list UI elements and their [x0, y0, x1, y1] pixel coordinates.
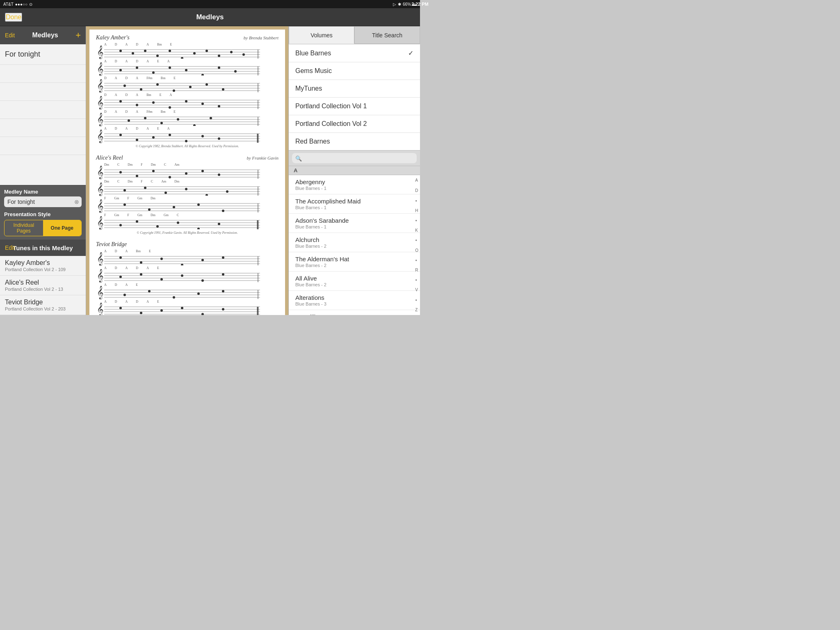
svg-point-74 — [119, 134, 122, 136]
volume-name: MyTunes — [295, 85, 322, 92]
tune-sheet-author-1: by Brenda Stubbert — [244, 35, 278, 40]
list-item[interactable]: Alice's Reel Portland Collection Vol 2 -… — [0, 276, 86, 295]
wifi-icon: ⊙ — [29, 2, 32, 7]
nav-title: Medleys — [196, 13, 224, 21]
tune-list-name: Alchurch — [295, 236, 413, 243]
tune-sheet-title-3: Teviot Bridge — [96, 241, 127, 248]
list-item[interactable]: Abergenny Blue Barnes - 1 — [289, 175, 420, 194]
tune-list-name: Adson's Sarabande — [295, 217, 413, 224]
medley-detail-section: Medley Name ⊗ Presentation Style Individ… — [0, 185, 86, 315]
list-item[interactable]: Adson's Sarabande Blue Barnes - 1 — [289, 214, 420, 233]
music-staff — [96, 47, 278, 59]
svg-point-113 — [123, 203, 126, 206]
medleys-edit-button[interactable]: Edit — [5, 32, 15, 39]
svg-point-163 — [173, 296, 175, 299]
medley-empty-row — [0, 119, 86, 137]
signal-icon: ●●●○○ — [15, 2, 27, 7]
tune-list-name: Amarillis — [295, 313, 413, 315]
svg-point-125 — [136, 220, 138, 223]
music-staff — [96, 167, 278, 179]
music-staff — [96, 271, 278, 282]
tune-section-2: Alice's Reel by Frankie Gavin DmCDmFDmCA… — [96, 155, 278, 235]
svg-point-66 — [193, 124, 196, 126]
medley-list: For tonight — [0, 44, 86, 185]
tune-list-source: Blue Barnes - 2 — [295, 263, 413, 268]
sheet-music-panel[interactable]: Kaley Amber's by Brenda Stubbert ADADABm… — [86, 26, 289, 315]
alpha-section-header-a: A — [289, 166, 420, 175]
medley-empty-row — [0, 65, 86, 83]
staff-svg — [104, 64, 260, 75]
volume-item-mytunes[interactable]: MyTunes — [289, 80, 420, 98]
left-panel: Edit Medleys + For tonight Medley Name ⊗… — [0, 26, 86, 315]
medley-name-section: Medley Name ⊗ — [0, 185, 86, 210]
volume-name: Red Barnes — [295, 138, 330, 145]
tune-list-name: The Alderman's Hat — [295, 256, 413, 262]
svg-point-54 — [201, 103, 204, 105]
tune-sheet-title-1: Kaley Amber's — [96, 34, 130, 41]
svg-point-50 — [136, 104, 138, 106]
svg-point-8 — [156, 55, 159, 57]
chord-row: ADADABmE — [96, 43, 278, 46]
staff-svg — [104, 98, 260, 109]
clear-input-button[interactable]: ⊗ — [74, 199, 79, 205]
list-item[interactable]: The Accomplished Maid Blue Barnes - 1 — [289, 194, 420, 214]
svg-point-77 — [169, 134, 171, 136]
svg-point-117 — [222, 210, 224, 212]
done-button[interactable]: Done — [5, 13, 22, 22]
svg-point-154 — [222, 273, 224, 276]
list-item[interactable]: Kayley Amber's Portland Collection Vol 2… — [0, 256, 86, 276]
volume-item-blue-barnes[interactable]: Blue Barnes ✓ — [289, 44, 420, 62]
add-medley-button[interactable]: + — [75, 30, 81, 41]
list-item[interactable]: For tonight — [0, 44, 86, 65]
svg-point-161 — [123, 294, 126, 296]
svg-point-26 — [185, 69, 187, 71]
list-item[interactable]: The Alderman's Hat Blue Barnes - 2 — [289, 252, 420, 272]
svg-point-92 — [185, 172, 187, 175]
title-search-input[interactable] — [292, 153, 417, 163]
tab-volumes[interactable]: Volumes — [289, 26, 354, 44]
list-item[interactable]: Alterations Blue Barnes - 3 — [289, 291, 420, 310]
volume-item-red-barnes[interactable]: Red Barnes — [289, 133, 420, 150]
battery-text: 66% — [403, 2, 411, 7]
medley-name-input[interactable] — [4, 196, 82, 207]
svg-point-128 — [197, 228, 200, 229]
tunes-scroll-list[interactable]: Abergenny Blue Barnes - 1 The Accomplish… — [289, 175, 420, 315]
svg-point-174 — [160, 309, 163, 312]
svg-point-139 — [160, 258, 163, 260]
tune-list-source: Blue Barnes - 2 — [295, 244, 413, 249]
svg-point-29 — [234, 70, 237, 73]
list-item[interactable]: Alchurch Blue Barnes - 2 — [289, 233, 420, 252]
svg-point-94 — [218, 173, 220, 176]
svg-point-177 — [222, 308, 224, 310]
list-item[interactable]: Amarillis Blue Barnes - 3 — [289, 310, 420, 315]
svg-point-89 — [136, 175, 138, 177]
list-item[interactable]: All Alive Blue Barnes - 2 — [289, 272, 420, 291]
music-staff — [96, 254, 278, 265]
svg-point-41 — [205, 83, 208, 86]
volume-item-portland-vol1[interactable]: Portland Collection Vol 1 — [289, 98, 420, 115]
tab-title-search[interactable]: Title Search — [354, 26, 420, 44]
svg-point-126 — [156, 225, 159, 228]
tunes-header-title: Tunes in this Medley — [13, 244, 73, 251]
individual-pages-button[interactable]: Individual Pages — [5, 220, 43, 236]
list-item[interactable]: Teviot Bridge Portland Collection Vol 2 … — [0, 295, 86, 315]
staff-svg — [104, 304, 260, 315]
svg-point-137 — [119, 256, 122, 259]
tune-name: Kayley Amber's — [5, 259, 81, 267]
svg-point-90 — [152, 170, 155, 172]
tune-source: Portland Collection Vol 2 - 203 — [5, 306, 81, 311]
svg-point-28 — [218, 66, 220, 69]
svg-point-104 — [185, 188, 187, 190]
tune-source: Portland Collection Vol 2 - 13 — [5, 287, 81, 292]
tunes-edit-button[interactable]: Edit — [5, 244, 15, 251]
nav-bar: Done Medleys — [0, 8, 420, 26]
music-staff — [96, 64, 278, 75]
volume-item-portland-vol2[interactable]: Portland Collection Vol 2 — [289, 115, 420, 133]
music-staff — [96, 98, 278, 109]
volume-item-gems-music[interactable]: Gems Music — [289, 62, 420, 80]
svg-point-5 — [119, 50, 122, 52]
one-page-button[interactable]: One Page — [43, 220, 82, 236]
svg-point-25 — [169, 66, 171, 69]
tunes-in-medley-header: Edit Tunes in this Medley — [0, 240, 86, 256]
copyright-text-1: © Copyright 1982, Brenda Stubbert. All R… — [96, 144, 278, 148]
